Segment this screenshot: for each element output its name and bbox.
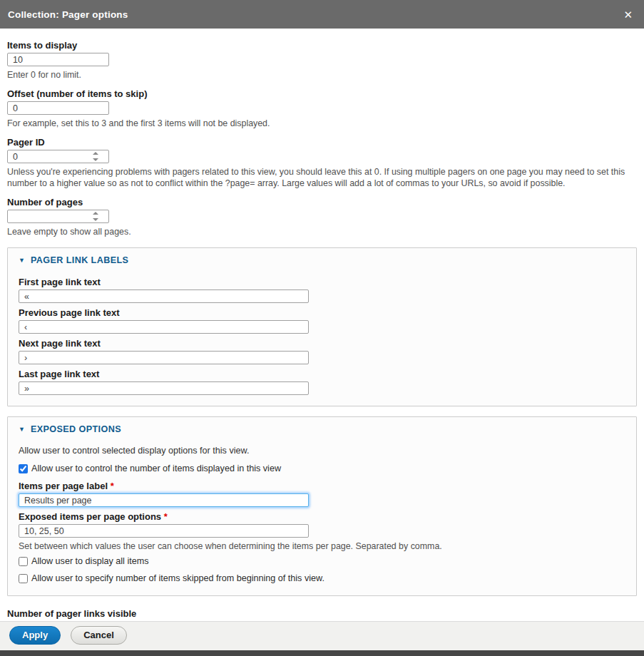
offset-input[interactable] [7,101,109,115]
previous-page-link-group: Previous page link text [19,307,625,334]
pager-links-visible-group: Number of pager links visible Specify th… [7,608,637,621]
pager-link-labels-title: PAGER LINK LABELS [31,255,128,265]
pager-id-description: Unless you're experiencing problems with… [7,166,637,189]
number-spinner-icon[interactable] [93,152,98,161]
pager-id-label: Pager ID [7,137,637,148]
control-items-checkbox-label: Allow user to control the number of item… [31,463,281,473]
required-marker: * [164,511,168,522]
last-page-link-group: Last page link text [19,369,625,395]
offset-group: Offset (number of items to skip) For exa… [7,88,637,129]
modal-title: Collection: Pager options [8,9,128,20]
display-all-checkbox[interactable] [19,557,28,566]
previous-page-link-input[interactable] [19,320,309,334]
display-all-checkbox-row: Allow user to display all items [19,556,625,566]
items-per-page-options-input[interactable] [19,524,309,538]
items-to-display-input[interactable] [7,53,109,66]
last-page-link-label: Last page link text [19,369,625,380]
collapse-arrow-icon: ▼ [19,257,25,264]
collapse-arrow-icon: ▼ [19,426,25,433]
pager-id-group: Pager ID Unless you're experiencing prob… [7,137,637,189]
items-to-display-label: Items to display [7,40,637,51]
previous-page-link-label: Previous page link text [19,307,625,319]
exposed-options-intro: Allow user to control selected display o… [19,446,625,456]
first-page-link-input[interactable] [19,289,309,303]
items-per-page-label-label: Items per page label * [19,481,625,492]
pager-options-modal: Collection: Pager options ✕ Items to dis… [0,0,644,656]
modal-header: Collection: Pager options ✕ [0,0,644,29]
display-all-checkbox-label: Allow user to display all items [31,556,148,566]
offset-description: For example, set this to 3 and the first… [7,118,637,129]
number-of-pages-group: Number of pages Leave empty to show all … [7,197,637,237]
next-page-link-label: Next page link text [19,338,625,349]
skip-items-checkbox[interactable] [19,574,28,583]
control-items-checkbox[interactable] [19,464,28,473]
exposed-options-summary[interactable]: ▼ EXPOSED OPTIONS [19,424,625,434]
offset-label: Offset (number of items to skip) [7,88,637,100]
number-spinner-icon[interactable] [93,212,98,221]
items-per-page-label-group: Items per page label * [19,481,625,507]
exposed-options-title: EXPOSED OPTIONS [31,424,121,434]
number-of-pages-label: Number of pages [7,197,637,208]
next-page-link-input[interactable] [19,351,309,364]
first-page-link-label: First page link text [19,277,625,288]
page-background-strip [0,650,644,656]
items-per-page-options-label: Exposed items per page options * [19,511,625,523]
items-per-page-options-description: Set between which values the user can ch… [19,540,625,552]
cancel-button[interactable]: Cancel [71,626,127,645]
skip-items-checkbox-label: Allow user to specify number of items sk… [31,573,324,583]
items-per-page-label-input[interactable] [19,493,309,507]
pager-link-labels-fieldset: ▼ PAGER LINK LABELS First page link text… [7,247,637,406]
pager-link-labels-summary[interactable]: ▼ PAGER LINK LABELS [19,255,625,265]
modal-body: Items to display Enter 0 for no limit. O… [0,29,644,621]
last-page-link-input[interactable] [19,381,309,395]
modal-footer: Apply Cancel [0,621,644,650]
items-to-display-group: Items to display Enter 0 for no limit. [7,40,637,81]
number-of-pages-description: Leave empty to show all pages. [7,226,637,237]
control-items-checkbox-row: Allow user to control the number of item… [19,463,625,473]
required-marker: * [111,481,114,491]
items-per-page-options-group: Exposed items per page options * Set bet… [19,511,625,552]
apply-button[interactable]: Apply [9,626,61,645]
items-to-display-description: Enter 0 for no limit. [7,69,637,81]
exposed-options-fieldset: ▼ EXPOSED OPTIONS Allow user to control … [7,416,637,596]
pager-links-visible-label: Number of pager links visible [7,608,637,620]
skip-items-checkbox-row: Allow user to specify number of items sk… [19,573,625,583]
first-page-link-group: First page link text [19,277,625,303]
next-page-link-group: Next page link text [19,338,625,364]
close-icon[interactable]: ✕ [623,9,633,20]
